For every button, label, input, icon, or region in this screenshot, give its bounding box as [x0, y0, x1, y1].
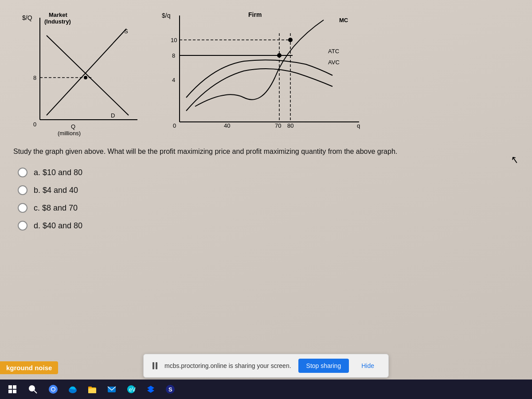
svg-text:8: 8	[172, 52, 175, 59]
pause-icon	[153, 362, 157, 369]
svg-line-8	[47, 29, 126, 115]
radio-a[interactable]	[18, 168, 27, 177]
windows-start-button[interactable]	[5, 382, 20, 396]
stop-sharing-button[interactable]: Stop sharing	[298, 359, 349, 373]
svg-rect-48	[88, 388, 96, 393]
svg-text:MC: MC	[339, 17, 348, 23]
svg-text:4: 4	[172, 77, 175, 83]
svg-text:0: 0	[173, 122, 176, 129]
svg-point-35	[288, 38, 293, 42]
chrome-icon-button[interactable]	[46, 382, 60, 396]
svg-rect-37	[8, 385, 12, 389]
svg-rect-38	[13, 385, 16, 389]
option-b-label: b. $4 and 40	[34, 186, 78, 195]
svg-text:$/q: $/q	[162, 12, 170, 19]
svg-text:Market: Market	[49, 12, 68, 18]
svg-text:D: D	[111, 112, 115, 119]
svg-rect-49	[88, 387, 92, 388]
svg-text:(millions): (millions)	[58, 130, 81, 137]
mail-button[interactable]	[105, 382, 119, 396]
edge-icon-button[interactable]	[66, 382, 80, 396]
graphs-container: $/Q Q (millions) 8 S D Market (Industry)	[13, 9, 519, 142]
radio-d[interactable]	[18, 221, 27, 231]
cursor-arrow: ↖	[510, 154, 520, 167]
options-list: a. $10 and 80 b. $4 and 40 c. $8 and 70 …	[18, 168, 519, 231]
anki-button[interactable]: eV	[124, 382, 138, 396]
option-a-label: a. $10 and 80	[34, 168, 82, 177]
svg-text:ATC: ATC	[328, 48, 339, 55]
svg-rect-40	[13, 390, 16, 393]
screen-share-notification: mcbs.proctoring.online is sharing your s…	[143, 354, 389, 378]
svg-point-11	[84, 76, 87, 79]
svg-text:$/Q: $/Q	[22, 14, 32, 21]
svg-text:q: q	[357, 122, 360, 129]
svg-text:70: 70	[275, 122, 281, 129]
svg-text:10: 10	[171, 37, 177, 43]
question-text: Study the graph given above. What will b…	[13, 146, 434, 157]
pause-bar-1	[153, 362, 154, 369]
screen-share-bar: mcbs.proctoring.online is sharing your s…	[0, 354, 532, 378]
option-d[interactable]: d. $40 and 80	[18, 221, 519, 231]
stylus-button[interactable]: S	[163, 382, 177, 396]
svg-text:8: 8	[33, 74, 36, 81]
svg-text:Q: Q	[71, 123, 75, 130]
svg-text:40: 40	[224, 122, 230, 129]
svg-rect-39	[8, 390, 12, 393]
svg-point-41	[29, 386, 35, 391]
svg-marker-54	[147, 388, 154, 393]
svg-point-45	[52, 388, 55, 391]
file-explorer-button[interactable]	[85, 382, 99, 396]
svg-text:80: 80	[287, 122, 293, 129]
hide-button[interactable]: Hide	[356, 359, 379, 373]
svg-text:eV: eV	[129, 387, 136, 393]
svg-text:AVC: AVC	[328, 59, 340, 66]
option-c-label: c. $8 and 70	[34, 203, 78, 213]
firm-graph: $/q q Firm MC ATC AVC 10 8 4	[155, 9, 368, 142]
market-graph: $/Q Q (millions) 8 S D Market (Industry)	[13, 9, 146, 142]
svg-text:Firm: Firm	[248, 11, 262, 18]
search-button[interactable]	[25, 382, 41, 396]
dropbox-button[interactable]	[144, 382, 158, 396]
svg-line-10	[47, 35, 129, 115]
pause-bar-2	[156, 362, 157, 369]
svg-text:(Industry): (Industry)	[44, 18, 71, 25]
option-c[interactable]: c. $8 and 70	[18, 203, 519, 213]
radio-b[interactable]	[18, 185, 27, 195]
option-a[interactable]: a. $10 and 80	[18, 168, 519, 177]
svg-line-42	[34, 391, 37, 393]
option-b[interactable]: b. $4 and 40	[18, 185, 519, 195]
option-d-label: d. $40 and 80	[34, 221, 82, 231]
svg-text:0: 0	[33, 121, 36, 128]
radio-c[interactable]	[18, 203, 27, 213]
taskbar: eV S	[0, 379, 532, 399]
screen-share-message: mcbs.proctoring.online is sharing your s…	[164, 362, 291, 369]
svg-text:S: S	[168, 386, 172, 393]
